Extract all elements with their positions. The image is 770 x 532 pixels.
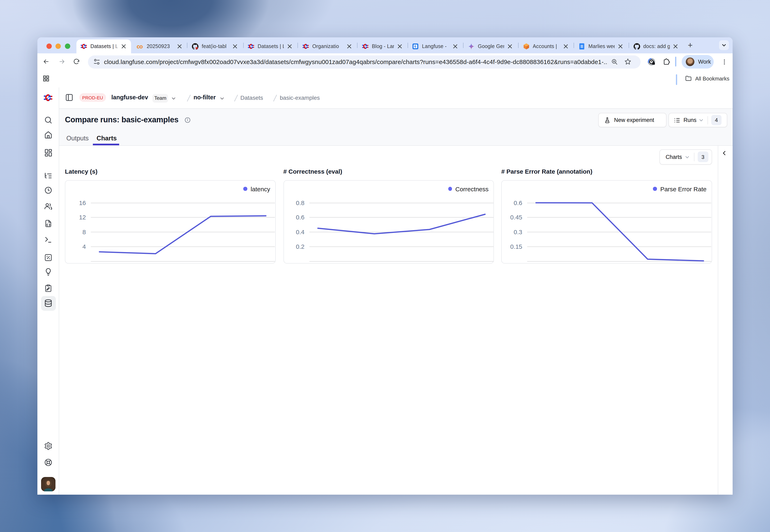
svg-text:0.8: 0.8 xyxy=(296,199,304,206)
svg-text:0.15: 0.15 xyxy=(510,243,522,250)
svg-text:12: 12 xyxy=(79,214,86,220)
svg-text:0.6: 0.6 xyxy=(513,199,522,206)
svg-text:0.6: 0.6 xyxy=(296,214,304,220)
svg-text:0.45: 0.45 xyxy=(510,214,522,220)
svg-text:4: 4 xyxy=(82,243,86,250)
svg-text:0.3: 0.3 xyxy=(513,228,522,235)
svg-text:0.2: 0.2 xyxy=(296,243,304,250)
svg-text:16: 16 xyxy=(79,199,86,206)
svg-text:co: co xyxy=(137,44,142,50)
svg-text:6: 6 xyxy=(414,45,416,48)
svg-text:8: 8 xyxy=(82,228,86,235)
svg-text:0.4: 0.4 xyxy=(296,228,304,235)
